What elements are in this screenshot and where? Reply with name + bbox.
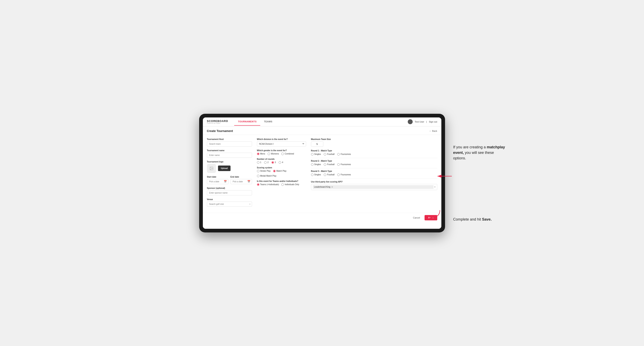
tablet-frame: SCOREBOARD Powered by clippit TOURNAMENT…: [199, 114, 445, 232]
arrow-right-icon: [436, 173, 453, 181]
round1-foursomes[interactable]: Foursomes: [337, 153, 351, 156]
rounds-label: Number of rounds: [257, 158, 306, 160]
annotation-right: If you are creating a matchplay event, y…: [453, 145, 506, 161]
calendar-icon: 📅: [224, 180, 227, 183]
round2-singles[interactable]: Singles: [311, 163, 321, 166]
rounds-radio-group: 1 2 3 4: [257, 161, 306, 164]
round-2[interactable]: 2: [264, 161, 268, 164]
tournament-host-group: Tournament Host: [207, 138, 252, 147]
venue-label: Venue: [207, 198, 252, 200]
round3-singles[interactable]: Singles: [311, 173, 321, 176]
sponsor-group: Sponsor (optional): [207, 187, 252, 195]
tournament-host-input[interactable]: [207, 141, 252, 147]
tournament-name-input[interactable]: [207, 153, 252, 158]
gender-womens[interactable]: Womens: [268, 153, 279, 155]
round2-match-type-section: Round 2 - Match Type Singles Fourball: [311, 160, 437, 166]
sponsor-input[interactable]: [207, 190, 252, 195]
logo-placeholder: [207, 164, 216, 173]
start-date-wrapper: 📅: [207, 179, 228, 184]
scoring-stroke[interactable]: Stroke Play: [257, 170, 271, 172]
max-team-size-group: Maximum Team Size 5: [311, 138, 437, 147]
scoring-medal[interactable]: Medal Match Play: [257, 175, 276, 177]
form-body: Tournament Host Tournament name Tourname…: [203, 135, 441, 213]
annotation-bottom: Complete and hit Save.: [453, 217, 506, 222]
back-button[interactable]: ← Back: [429, 130, 437, 132]
round3-foursomes[interactable]: Foursomes: [337, 173, 351, 176]
api-tag: Leaderboard King ✕: [313, 185, 434, 189]
tournament-logo-label: Tournament logo: [207, 161, 252, 163]
divider-3: [311, 178, 437, 179]
teams-individuals[interactable]: Individuals Only: [281, 183, 299, 186]
api-label: Use third-party live scoring API?: [311, 181, 437, 183]
gender-label: Which gender is the event for?: [257, 149, 306, 152]
sign-out-link[interactable]: Sign out: [429, 121, 437, 123]
teams-label: Is this event for Teams and/or Individua…: [257, 180, 306, 182]
teams-radio-group: Teams (+Individuals) Individuals Only: [257, 183, 306, 186]
scoring-group: Scoring system Stroke Play Match Play: [257, 167, 306, 177]
round-4[interactable]: 4: [279, 161, 283, 164]
venue-group: Venue ▾: [207, 198, 252, 207]
middle-column: Which division is the event for? NCAA Di…: [257, 138, 306, 209]
form-container: Create Tournament ← Back Tournament Host: [203, 127, 441, 229]
gender-mens[interactable]: Mens: [257, 153, 265, 155]
form-title: Create Tournament: [207, 129, 233, 133]
max-team-size-label: Maximum Team Size: [311, 138, 437, 140]
arrow-bottom-icon: [429, 209, 441, 220]
round2-options: Singles Fourball Foursomes: [311, 163, 437, 166]
right-column: Maximum Team Size 5 Round 1 - Match Type…: [311, 138, 437, 209]
tournament-name-label: Tournament name: [207, 149, 252, 152]
round1-singles[interactable]: Singles: [311, 153, 321, 156]
round1-match-type-label: Round 1 - Match Type: [311, 150, 437, 152]
round1-match-type-section: Round 1 - Match Type Singles Fourball: [311, 150, 437, 156]
tab-tournaments[interactable]: TOURNAMENTS: [234, 118, 260, 126]
round3-fourball[interactable]: Fourball: [324, 173, 334, 176]
upload-button[interactable]: Upload: [218, 166, 231, 171]
svg-point-1: [210, 167, 211, 168]
divider-2: [311, 168, 437, 169]
chevron-down-icon: ▾: [434, 186, 436, 188]
gender-radio-group: Mens Womens Combined: [257, 153, 306, 155]
venue-input[interactable]: [207, 201, 252, 207]
round3-match-type-label: Round 3 - Match Type: [311, 170, 437, 172]
form-footer: Cancel Save: [203, 213, 441, 222]
logo-text: SCOREBOARD: [207, 120, 228, 122]
cancel-button[interactable]: Cancel: [410, 215, 422, 220]
round1-options: Singles Fourball Foursomes: [311, 153, 437, 156]
separator: |: [426, 121, 427, 123]
scoring-match[interactable]: Match Play: [273, 170, 286, 172]
end-date-wrapper: 📅: [230, 179, 252, 184]
max-team-size-input[interactable]: 5: [311, 141, 323, 147]
calendar-icon-end: 📅: [247, 180, 250, 183]
round3-options: Singles Fourball Foursomes: [311, 173, 437, 176]
round3-match-type-section: Round 3 - Match Type Singles Fourball: [311, 170, 437, 176]
api-value: Leaderboard King: [314, 186, 330, 188]
scoring-label: Scoring system: [257, 167, 306, 169]
tab-teams[interactable]: TEAMS: [260, 118, 276, 126]
division-select[interactable]: NCAA Division I: [257, 141, 306, 147]
left-column: Tournament Host Tournament name Tourname…: [207, 138, 252, 209]
teams-teams[interactable]: Teams (+Individuals): [257, 183, 279, 186]
division-label: Which division is the event for?: [257, 138, 306, 140]
tournament-host-label: Tournament Host: [207, 138, 252, 140]
api-select-wrapper: Leaderboard King ✕ ▾: [311, 184, 437, 190]
nav-tabs: TOURNAMENTS TEAMS: [234, 118, 408, 126]
round-3[interactable]: 3: [272, 161, 276, 164]
logo-area: SCOREBOARD Powered by clippit: [207, 120, 228, 124]
chevron-down-icon: ▾: [249, 203, 250, 205]
round1-fourball[interactable]: Fourball: [324, 153, 334, 156]
main-content: Create Tournament ← Back Tournament Host: [203, 127, 441, 229]
api-clear-icon[interactable]: ✕: [331, 185, 333, 188]
end-date-group: End date 📅: [230, 176, 252, 184]
tournament-name-group: Tournament name: [207, 149, 252, 158]
avatar: [408, 119, 413, 124]
round2-fourball[interactable]: Fourball: [324, 163, 334, 166]
start-date-group: Start date 📅: [207, 176, 228, 184]
start-date-label: Start date: [207, 176, 228, 178]
sponsor-label: Sponsor (optional): [207, 187, 252, 189]
tournament-logo-group: Tournament logo: [207, 161, 252, 173]
header-right: Test User | Sign out: [408, 119, 437, 124]
round2-foursomes[interactable]: Foursomes: [337, 163, 351, 166]
divider-1: [311, 158, 437, 158]
round-1[interactable]: 1: [257, 161, 262, 164]
gender-combined[interactable]: Combined: [281, 153, 294, 155]
